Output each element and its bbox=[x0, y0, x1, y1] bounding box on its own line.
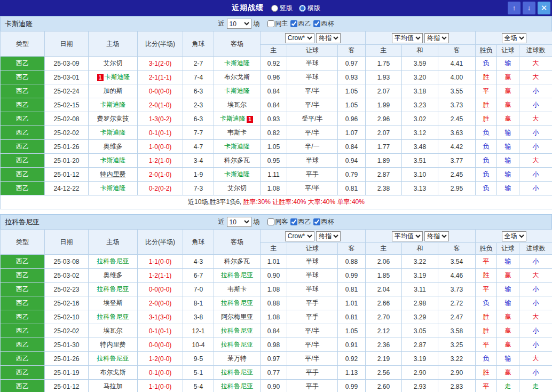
average-select[interactable]: 平均值 bbox=[392, 231, 423, 241]
move-up-button[interactable]: ↑ bbox=[508, 2, 521, 14]
move-down-button[interactable]: ↓ bbox=[523, 2, 535, 14]
league-checkbox[interactable] bbox=[290, 20, 297, 27]
match-date: 25-02-08 bbox=[45, 112, 89, 126]
team-link[interactable]: 卡斯迪隆 bbox=[220, 115, 246, 122]
team-link[interactable]: 埃瓦尔 bbox=[227, 101, 247, 108]
away-team-cell: 阿尔梅里亚 bbox=[214, 310, 261, 324]
team-link[interactable]: 埃登斯 bbox=[104, 299, 123, 307]
league-filter[interactable]: 西乙 bbox=[290, 217, 311, 226]
sub-col-avg-home: 主 bbox=[366, 243, 402, 255]
team-link[interactable]: 科尔多瓦 bbox=[224, 257, 250, 265]
same-venue-checkbox[interactable] bbox=[267, 218, 274, 225]
team-link[interactable]: 卡斯迪隆 bbox=[100, 184, 126, 192]
team-link[interactable]: 莱万特 bbox=[227, 355, 247, 362]
average-select[interactable]: 平均值 bbox=[392, 33, 423, 43]
team-link[interactable]: 拉科鲁尼亚 bbox=[221, 382, 253, 390]
team-link[interactable]: 特内里费 bbox=[100, 341, 126, 348]
team-link[interactable]: 拉科鲁尼亚 bbox=[97, 257, 129, 265]
vertical-radio[interactable] bbox=[271, 5, 278, 12]
team-link[interactable]: 拉科鲁尼亚 bbox=[221, 299, 253, 307]
match-row: 西乙25-01-19布尔戈斯0-1(0-0)5-1拉科鲁尼亚0.77平手1.13… bbox=[1, 366, 552, 380]
odds-stage-select[interactable]: 终指 bbox=[316, 33, 341, 43]
layout-radio-vertical[interactable]: 竖版 bbox=[271, 4, 293, 13]
scope-select[interactable]: 全场 bbox=[502, 33, 526, 43]
away-odds: 0.94 bbox=[338, 154, 366, 168]
goals-result-flag: 小 bbox=[519, 283, 552, 296]
home-team-cell: 费罗尔竞技 bbox=[89, 112, 138, 126]
games-label: 场 bbox=[254, 217, 260, 226]
team-name: 卡斯迪隆 bbox=[5, 19, 33, 29]
avg-home-odds: 2.60 bbox=[366, 380, 402, 392]
team-link[interactable]: 韦斯卡 bbox=[227, 129, 247, 136]
team-link[interactable]: 卡斯迪隆 bbox=[100, 101, 126, 108]
odds-stage-select[interactable]: 终指 bbox=[316, 231, 341, 241]
team-link[interactable]: 卡斯迪隆 bbox=[100, 156, 126, 164]
team-link[interactable]: 布尔戈斯 bbox=[224, 73, 250, 81]
sub-col-goals: 进球数 bbox=[519, 45, 552, 57]
league-checkbox[interactable] bbox=[290, 218, 297, 225]
corner-score: 4-3 bbox=[183, 255, 214, 269]
team-link[interactable]: 特内里费 bbox=[100, 170, 126, 178]
match-count-select[interactable]: 10 bbox=[227, 19, 251, 29]
sub-col-avg-draw: 和 bbox=[402, 243, 438, 255]
team-link[interactable]: 阿尔梅里亚 bbox=[221, 313, 253, 320]
horizontal-radio[interactable] bbox=[299, 5, 306, 12]
team-link[interactable]: 拉科鲁尼亚 bbox=[221, 271, 253, 279]
team-link[interactable]: 拉科鲁尼亚 bbox=[221, 327, 253, 334]
cup-checkbox[interactable] bbox=[313, 218, 320, 225]
bookmaker-select[interactable]: Crow* bbox=[285, 231, 314, 241]
cup-filter[interactable]: 西杯 bbox=[313, 19, 334, 28]
team-link[interactable]: 艾尔切 bbox=[104, 59, 123, 67]
near-label: 近 bbox=[218, 217, 225, 226]
avg-draw-odds: 3.12 bbox=[402, 126, 438, 140]
team-section-castellon: 卡斯迪隆 近 10 场 同主 西乙 西杯 类型 日期 bbox=[0, 16, 552, 209]
team-link[interactable]: 马拉加 bbox=[104, 382, 123, 390]
team-link[interactable]: 卡斯迪隆 bbox=[100, 129, 126, 136]
team-link[interactable]: 拉科鲁尼亚 bbox=[97, 313, 129, 320]
corner-score: 3-8 bbox=[183, 310, 214, 324]
team-link[interactable]: 卡斯迪隆 bbox=[224, 170, 250, 178]
cup-filter[interactable]: 西杯 bbox=[313, 217, 334, 226]
match-score: 0-0(0-0) bbox=[138, 84, 183, 98]
layout-radio-horizontal[interactable]: 横版 bbox=[299, 4, 320, 13]
team-link[interactable]: 拉科鲁尼亚 bbox=[97, 285, 129, 293]
result-flag: 平 bbox=[476, 380, 497, 392]
team-link[interactable]: 科尔多瓦 bbox=[224, 156, 250, 164]
col-type: 类型 bbox=[1, 32, 45, 57]
team-link[interactable]: 埃瓦尔 bbox=[104, 327, 123, 334]
team-link[interactable]: 卡斯迪隆 bbox=[224, 87, 250, 95]
team-link[interactable]: 费罗尔竞技 bbox=[97, 115, 129, 122]
team-link[interactable]: 艾尔切 bbox=[227, 184, 247, 192]
home-team-cell: 卡斯迪隆 bbox=[89, 126, 138, 140]
match-row: 西乙25-01-20卡斯迪隆1-2(1-0)3-4科尔多瓦0.95半球0.941… bbox=[1, 154, 552, 168]
league-type-badge: 西乙 bbox=[1, 310, 45, 324]
same-venue-filter[interactable]: 同主 bbox=[267, 19, 288, 28]
handicap-line: 平/半 bbox=[287, 338, 338, 352]
avg-stage-select[interactable]: 终指 bbox=[424, 231, 449, 241]
team-link[interactable]: 韦斯卡 bbox=[227, 285, 247, 293]
goals-result-flag: 小 bbox=[519, 168, 552, 182]
avg-stage-select[interactable]: 终指 bbox=[424, 33, 449, 43]
away-odds: 1.05 bbox=[338, 324, 366, 338]
team-link[interactable]: 卡斯迪隆 bbox=[224, 143, 250, 150]
team-link[interactable]: 拉科鲁尼亚 bbox=[221, 341, 253, 348]
close-button[interactable]: ✕ bbox=[538, 2, 550, 14]
same-venue-filter[interactable]: 同客 bbox=[267, 217, 288, 226]
goals-result-flag: 小 bbox=[519, 366, 552, 380]
team-link[interactable]: 奥维多 bbox=[104, 143, 123, 150]
team-link[interactable]: 拉科鲁尼亚 bbox=[221, 369, 253, 376]
same-venue-checkbox[interactable] bbox=[267, 20, 274, 27]
scope-select[interactable]: 全场 bbox=[502, 231, 526, 241]
team-link[interactable]: 拉科鲁尼亚 bbox=[97, 355, 129, 362]
bookmaker-select[interactable]: Crow* bbox=[285, 33, 314, 43]
league-filter[interactable]: 西乙 bbox=[290, 19, 311, 28]
team-link[interactable]: 奥维多 bbox=[104, 271, 123, 279]
team-link[interactable]: 加的斯 bbox=[104, 87, 123, 95]
match-count-select[interactable]: 10 bbox=[227, 217, 251, 227]
goals-result-flag: 大 bbox=[519, 154, 552, 168]
team-link[interactable]: 卡斯迪隆 bbox=[105, 73, 130, 81]
team-link[interactable]: 卡斯迪隆 bbox=[224, 59, 250, 67]
team-link[interactable]: 布尔戈斯 bbox=[100, 369, 126, 376]
cup-checkbox[interactable] bbox=[313, 20, 320, 27]
corner-score: 6-3 bbox=[183, 112, 214, 126]
